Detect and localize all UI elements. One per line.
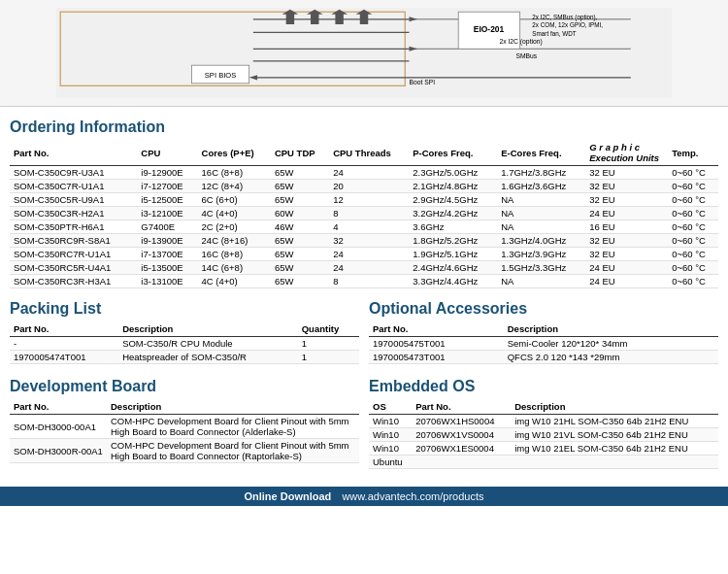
middle-row: Packing List Part No. Description Quanti… (10, 294, 718, 370)
col-cpu: CPU (137, 140, 197, 166)
col-tdp: CPU TDP (271, 140, 329, 166)
svg-text:Smart fan, WDT: Smart fan, WDT (532, 30, 576, 37)
packing-title: Packing List (10, 300, 359, 318)
svg-text:Boot SPI: Boot SPI (410, 79, 436, 85)
col-partno: Part No. (10, 140, 137, 166)
footer-url: www.advantech.com/products (342, 490, 483, 502)
table-row: SOM-C350C9R-U3A1i9-12900E16C (8+8)65W242… (10, 166, 718, 180)
svg-text:SPI BIOS: SPI BIOS (205, 71, 237, 80)
devboard-col-partno: Part No. (10, 399, 107, 415)
table-row: SOM-C350C7R-U1A1i7-12700E12C (8+4)65W202… (10, 180, 718, 193)
table-row: SOM-C350C5R-U9A1i5-12500E6C (6+0)65W122.… (10, 193, 718, 207)
packing-col-qty: Quantity (298, 321, 359, 337)
table-row: SOM-C350RC3R-H3A1i3-13100E4C (4+0)65W83.… (10, 275, 718, 288)
table-row: 1970005475T001Semi-Cooler 120*120* 34mm (369, 337, 718, 351)
devboard-table: Part No. Description SOM-DH3000-00A1COM-… (10, 399, 359, 463)
bottom-row: Development Board Part No. Description S… (10, 372, 718, 475)
optional-section: Optional Accessories Part No. Descriptio… (369, 294, 718, 370)
devboard-title: Development Board (10, 378, 359, 395)
svg-text:2x COM, 12x GPIO, IPMI,: 2x COM, 12x GPIO, IPMI, (532, 21, 603, 28)
table-row: SOM-C350RC9R-S8A1i9-13900E24C (8+16)65W3… (10, 234, 718, 248)
table-row: SOM-DH3000R-00A1COM-HPC Development Boar… (10, 439, 359, 463)
os-col-partno: Part No. (412, 399, 511, 415)
table-row: 1970005474T001Heatspreader of SOM-C350/R… (10, 351, 359, 364)
footer-bar: Online Download www.advantech.com/produc… (0, 487, 728, 506)
table-row: Win1020706WX1HS0004img W10 21HL SOM-C350… (369, 415, 718, 428)
table-row: SOM-C350C3R-H2A1i3-12100E4C (4+0)60W83.2… (10, 207, 718, 220)
table-row: Win1020706WX1ES0004img W10 21EL SOM-C350… (369, 442, 718, 456)
svg-text:EIO-201: EIO-201 (474, 24, 505, 34)
col-pcores: P-Cores Freq. (409, 140, 497, 166)
devboard-section: Development Board Part No. Description S… (10, 372, 359, 475)
devboard-col-desc: Description (107, 399, 359, 415)
svg-text:SMBus: SMBus (515, 52, 537, 59)
embedded-os-title: Embedded OS (369, 378, 718, 395)
block-diagram: SPI BIOS EIO-201 2x I2C, SMBus (option),… (10, 8, 718, 98)
embedded-os-section: Embedded OS OS Part No. Description Win1… (369, 372, 718, 475)
footer-label: Online Download (244, 490, 331, 502)
packing-col-desc: Description (118, 321, 298, 337)
os-col-desc: Description (511, 399, 718, 415)
packing-section: Packing List Part No. Description Quanti… (10, 294, 359, 370)
os-col-os: OS (369, 399, 412, 415)
svg-text:2x I2C, SMBus (option),: 2x I2C, SMBus (option), (532, 14, 597, 21)
optional-table: Part No. Description 1970005475T001Semi-… (369, 321, 718, 364)
ordering-table: Part No. CPU Cores (P+E) CPU TDP CPU Thr… (10, 140, 718, 288)
optional-col-desc: Description (504, 321, 718, 337)
optional-title: Optional Accessories (369, 300, 718, 318)
table-row: SOM-C350RC5R-U4A1i5-13500E14C (6+8)65W24… (10, 261, 718, 275)
table-row: 1970005473T001QFCS 2.0 120 *143 *29mm (369, 351, 718, 364)
col-ecores: E-Cores Freq. (497, 140, 585, 166)
table-row: SOM-C350RC7R-U1A1i7-13700E16C (8+8)65W24… (10, 248, 718, 261)
table-row: -SOM-C350/R CPU Module1 (10, 337, 359, 351)
optional-col-partno: Part No. (369, 321, 504, 337)
table-row: Ubuntu (369, 456, 718, 469)
svg-text:2x I2C (option): 2x I2C (option) (500, 38, 543, 46)
embedded-os-table: OS Part No. Description Win1020706WX1HS0… (369, 399, 718, 469)
packing-col-partno: Part No. (10, 321, 118, 337)
packing-table: Part No. Description Quantity -SOM-C350/… (10, 321, 359, 364)
table-row: SOM-C350PTR-H6A1G7400E2C (2+0)46W43.6GHz… (10, 220, 718, 234)
main-content: Ordering Information Part No. CPU Cores … (0, 107, 728, 483)
col-threads: CPU Threads (329, 140, 409, 166)
ordering-title: Ordering Information (10, 118, 718, 136)
table-row: SOM-DH3000-00A1COM-HPC Development Board… (10, 415, 359, 439)
table-row: Win1020706WX1VS0004img W10 21VL SOM-C350… (369, 428, 718, 442)
diagram-section: SPI BIOS EIO-201 2x I2C, SMBus (option),… (0, 0, 728, 107)
col-temp: Temp. (668, 140, 718, 166)
col-gpu: G r a p h i cExecution Units (585, 140, 668, 166)
ordering-section: Ordering Information Part No. CPU Cores … (10, 118, 718, 288)
col-cores: Cores (P+E) (198, 140, 271, 166)
